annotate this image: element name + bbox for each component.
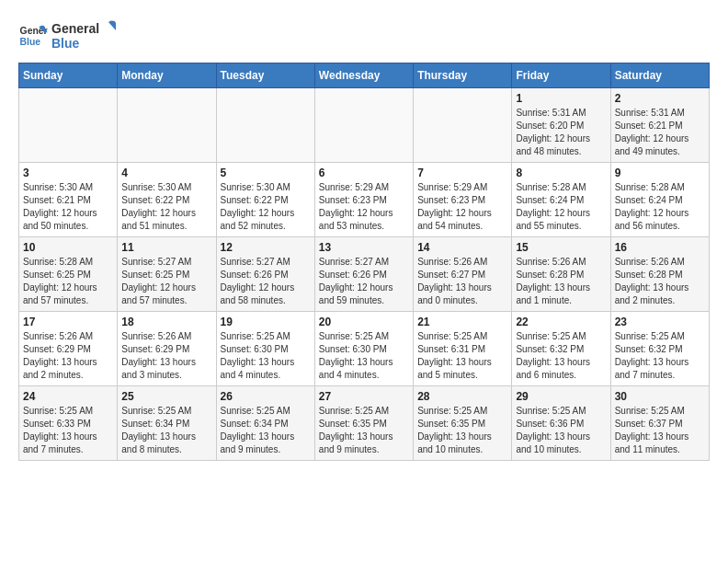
day-info: Sunrise: 5:25 AM Sunset: 6:32 PM Dayligh… — [516, 330, 606, 382]
day-number: 22 — [516, 316, 606, 328]
day-info: Sunrise: 5:31 AM Sunset: 6:20 PM Dayligh… — [516, 107, 606, 158]
day-number: 24 — [23, 390, 113, 403]
calendar-cell: 10Sunrise: 5:28 AM Sunset: 6:25 PM Dayli… — [19, 237, 118, 312]
calendar-cell: 11Sunrise: 5:27 AM Sunset: 6:25 PM Dayli… — [118, 237, 216, 312]
day-info: Sunrise: 5:25 AM Sunset: 6:30 PM Dayligh… — [221, 330, 311, 382]
day-info: Sunrise: 5:27 AM Sunset: 6:25 PM Dayligh… — [121, 256, 211, 307]
logo: General Blue General Blue — [18, 18, 116, 53]
day-number: 5 — [221, 167, 311, 179]
day-info: Sunrise: 5:25 AM Sunset: 6:34 PM Dayligh… — [221, 405, 311, 456]
day-number: 15 — [516, 241, 606, 254]
day-number: 6 — [319, 167, 409, 179]
day-info: Sunrise: 5:26 AM Sunset: 6:28 PM Dayligh… — [516, 256, 606, 307]
day-number: 13 — [319, 241, 409, 254]
calendar-cell: 12Sunrise: 5:27 AM Sunset: 6:26 PM Dayli… — [216, 237, 314, 312]
day-number: 14 — [417, 241, 507, 254]
calendar-week-row: 17Sunrise: 5:26 AM Sunset: 6:29 PM Dayli… — [19, 312, 710, 386]
day-info: Sunrise: 5:25 AM Sunset: 6:30 PM Dayligh… — [319, 330, 409, 382]
day-info: Sunrise: 5:25 AM Sunset: 6:33 PM Dayligh… — [23, 405, 113, 456]
day-number: 12 — [221, 241, 311, 254]
day-number: 3 — [23, 167, 113, 179]
calendar-cell: 25Sunrise: 5:25 AM Sunset: 6:34 PM Dayli… — [118, 386, 216, 461]
calendar-cell: 15Sunrise: 5:26 AM Sunset: 6:28 PM Dayli… — [512, 237, 610, 312]
calendar-cell: 24Sunrise: 5:25 AM Sunset: 6:33 PM Dayli… — [19, 386, 118, 461]
calendar-cell: 28Sunrise: 5:25 AM Sunset: 6:35 PM Dayli… — [414, 386, 512, 461]
calendar-cell: 5Sunrise: 5:30 AM Sunset: 6:22 PM Daylig… — [216, 163, 314, 237]
calendar-cell: 21Sunrise: 5:25 AM Sunset: 6:31 PM Dayli… — [414, 312, 512, 386]
day-info: Sunrise: 5:29 AM Sunset: 6:23 PM Dayligh… — [319, 181, 409, 233]
calendar-cell: 4Sunrise: 5:30 AM Sunset: 6:22 PM Daylig… — [118, 163, 216, 237]
day-info: Sunrise: 5:25 AM Sunset: 6:37 PM Dayligh… — [615, 405, 705, 456]
calendar-table: SundayMondayTuesdayWednesdayThursdayFrid… — [18, 63, 710, 461]
calendar-cell: 2Sunrise: 5:31 AM Sunset: 6:21 PM Daylig… — [610, 88, 709, 163]
day-number: 17 — [23, 316, 113, 328]
calendar-week-row: 24Sunrise: 5:25 AM Sunset: 6:33 PM Dayli… — [19, 386, 710, 461]
calendar-week-row: 3Sunrise: 5:30 AM Sunset: 6:21 PM Daylig… — [19, 163, 710, 237]
day-info: Sunrise: 5:25 AM Sunset: 6:36 PM Dayligh… — [516, 405, 606, 456]
day-number: 1 — [516, 92, 606, 105]
day-info: Sunrise: 5:27 AM Sunset: 6:26 PM Dayligh… — [221, 256, 311, 307]
calendar-cell: 27Sunrise: 5:25 AM Sunset: 6:35 PM Dayli… — [314, 386, 413, 461]
weekday-header-saturday: Saturday — [610, 63, 709, 88]
calendar-cell: 18Sunrise: 5:26 AM Sunset: 6:29 PM Dayli… — [118, 312, 216, 386]
day-number: 9 — [615, 167, 705, 179]
calendar-cell: 23Sunrise: 5:25 AM Sunset: 6:32 PM Dayli… — [610, 312, 709, 386]
day-number: 10 — [23, 241, 113, 254]
weekday-header-sunday: Sunday — [19, 63, 118, 88]
day-number: 16 — [615, 241, 705, 254]
calendar-cell: 7Sunrise: 5:29 AM Sunset: 6:23 PM Daylig… — [414, 163, 512, 237]
day-number: 27 — [319, 390, 409, 403]
day-number: 20 — [319, 316, 409, 328]
day-info: Sunrise: 5:30 AM Sunset: 6:22 PM Dayligh… — [121, 181, 211, 233]
calendar-cell: 16Sunrise: 5:26 AM Sunset: 6:28 PM Dayli… — [610, 237, 709, 312]
weekday-header-wednesday: Wednesday — [314, 63, 413, 88]
weekday-header-row: SundayMondayTuesdayWednesdayThursdayFrid… — [19, 63, 710, 88]
day-info: Sunrise: 5:29 AM Sunset: 6:23 PM Dayligh… — [417, 181, 507, 233]
calendar-cell: 29Sunrise: 5:25 AM Sunset: 6:36 PM Dayli… — [512, 386, 610, 461]
day-info: Sunrise: 5:28 AM Sunset: 6:24 PM Dayligh… — [615, 181, 705, 233]
day-info: Sunrise: 5:27 AM Sunset: 6:26 PM Dayligh… — [319, 256, 409, 307]
calendar-cell: 20Sunrise: 5:25 AM Sunset: 6:30 PM Dayli… — [314, 312, 413, 386]
calendar-cell: 8Sunrise: 5:28 AM Sunset: 6:24 PM Daylig… — [512, 163, 610, 237]
calendar-cell: 14Sunrise: 5:26 AM Sunset: 6:27 PM Dayli… — [414, 237, 512, 312]
day-info: Sunrise: 5:31 AM Sunset: 6:21 PM Dayligh… — [615, 107, 705, 158]
svg-text:Blue: Blue — [51, 36, 80, 51]
day-info: Sunrise: 5:26 AM Sunset: 6:29 PM Dayligh… — [23, 330, 113, 382]
day-info: Sunrise: 5:25 AM Sunset: 6:35 PM Dayligh… — [319, 405, 409, 456]
day-info: Sunrise: 5:26 AM Sunset: 6:27 PM Dayligh… — [417, 256, 507, 307]
calendar-week-row: 10Sunrise: 5:28 AM Sunset: 6:25 PM Dayli… — [19, 237, 710, 312]
day-number: 4 — [121, 167, 211, 179]
svg-text:Blue: Blue — [20, 37, 41, 47]
calendar-cell: 13Sunrise: 5:27 AM Sunset: 6:26 PM Dayli… — [314, 237, 413, 312]
day-number: 26 — [221, 390, 311, 403]
calendar-cell: 3Sunrise: 5:30 AM Sunset: 6:21 PM Daylig… — [19, 163, 118, 237]
day-number: 29 — [516, 390, 606, 403]
day-number: 8 — [516, 167, 606, 179]
day-number: 11 — [121, 241, 211, 254]
day-number: 28 — [417, 390, 507, 403]
calendar-cell — [216, 88, 314, 163]
day-number: 2 — [615, 92, 705, 105]
calendar-cell — [414, 88, 512, 163]
calendar-cell: 6Sunrise: 5:29 AM Sunset: 6:23 PM Daylig… — [314, 163, 413, 237]
logo-icon: General Blue — [18, 21, 48, 51]
day-info: Sunrise: 5:28 AM Sunset: 6:24 PM Dayligh… — [516, 181, 606, 233]
calendar-cell — [314, 88, 413, 163]
calendar-cell: 19Sunrise: 5:25 AM Sunset: 6:30 PM Dayli… — [216, 312, 314, 386]
day-number: 25 — [121, 390, 211, 403]
day-info: Sunrise: 5:30 AM Sunset: 6:22 PM Dayligh… — [221, 181, 311, 233]
day-info: Sunrise: 5:25 AM Sunset: 6:32 PM Dayligh… — [615, 330, 705, 382]
day-number: 19 — [221, 316, 311, 328]
calendar-cell — [19, 88, 118, 163]
calendar-cell: 30Sunrise: 5:25 AM Sunset: 6:37 PM Dayli… — [610, 386, 709, 461]
calendar-cell: 17Sunrise: 5:26 AM Sunset: 6:29 PM Dayli… — [19, 312, 118, 386]
day-info: Sunrise: 5:25 AM Sunset: 6:34 PM Dayligh… — [121, 405, 211, 456]
day-info: Sunrise: 5:25 AM Sunset: 6:31 PM Dayligh… — [417, 330, 507, 382]
day-info: Sunrise: 5:26 AM Sunset: 6:29 PM Dayligh… — [121, 330, 211, 382]
calendar-cell — [118, 88, 216, 163]
day-info: Sunrise: 5:25 AM Sunset: 6:35 PM Dayligh… — [417, 405, 507, 456]
weekday-header-monday: Monday — [118, 63, 216, 88]
day-info: Sunrise: 5:26 AM Sunset: 6:28 PM Dayligh… — [615, 256, 705, 307]
day-number: 18 — [121, 316, 211, 328]
calendar-cell: 22Sunrise: 5:25 AM Sunset: 6:32 PM Dayli… — [512, 312, 610, 386]
